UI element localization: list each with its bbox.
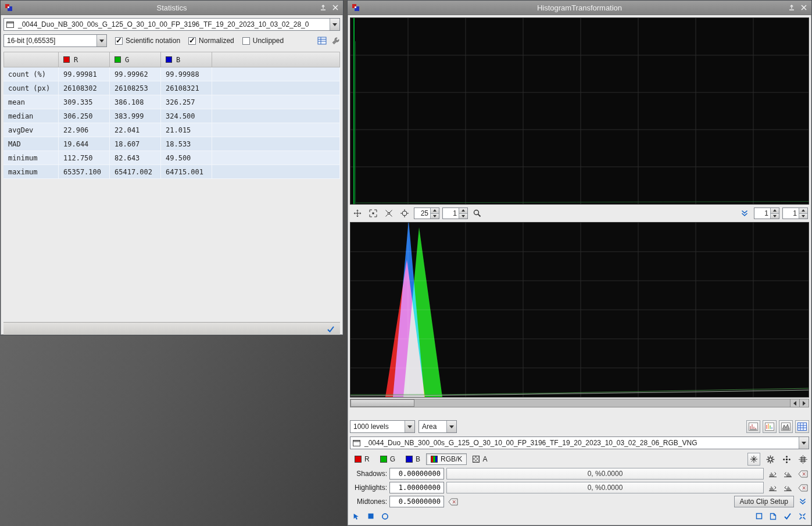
view-selector-combo[interactable]: _0044_Duo_NB_300_00s_G_125_O_30_10_00_FP…: [3, 18, 340, 31]
resolution-combo[interactable]: 1000 levels: [350, 420, 415, 433]
browse-documentation-icon[interactable]: [770, 513, 777, 520]
normalized-checkbox[interactable]: Normalized: [188, 37, 234, 45]
format-selector-combo[interactable]: 16-bit [0,65535]: [3, 34, 107, 47]
auto-clip-setup-button[interactable]: Auto Clip Setup: [734, 496, 794, 507]
channel-b-button[interactable]: B: [401, 453, 425, 465]
channel-g-button[interactable]: G: [375, 453, 400, 465]
channel-rgbk-button[interactable]: RGB/K: [426, 453, 467, 465]
spin-down-icon[interactable]: [459, 213, 467, 219]
output-vertical-zoom-spin[interactable]: 1: [782, 207, 808, 219]
window-thumbnail-icon: [353, 440, 360, 446]
cell-b: 49.500: [161, 151, 212, 165]
graph-style-value: Area: [419, 423, 446, 431]
horizontal-zoom-spin[interactable]: 25: [414, 207, 439, 219]
spin-down-icon[interactable]: [771, 213, 779, 219]
edit-instance-icon[interactable]: [756, 513, 763, 520]
spin-down-icon[interactable]: [431, 213, 439, 219]
output-histogram-plot[interactable]: [350, 17, 809, 205]
checkbox-box[interactable]: [188, 37, 196, 45]
apply-icon[interactable]: [367, 513, 374, 520]
midtones-input[interactable]: [389, 496, 444, 507]
zoom-icon[interactable]: [471, 207, 484, 220]
cell-g: 22.041: [110, 123, 161, 137]
channel-b-label: B: [416, 455, 420, 463]
show-raw-histogram-icon[interactable]: [746, 420, 760, 433]
spin-down-icon[interactable]: [799, 213, 807, 219]
spin-up-icon[interactable]: [431, 208, 439, 213]
reset-shadows-icon[interactable]: [796, 467, 809, 480]
close-icon[interactable]: [800, 4, 807, 11]
header-b-label: B: [176, 56, 180, 64]
vertical-zoom-value[interactable]: 1: [443, 208, 459, 219]
reset-midtones-icon[interactable]: [446, 495, 459, 508]
real-time-preview-icon[interactable]: [381, 513, 389, 520]
spin-up-icon[interactable]: [799, 208, 807, 213]
target-view-dropdown-button[interactable]: [799, 437, 809, 449]
format-dropdown-button[interactable]: [96, 35, 106, 46]
show-gray-histogram-icon[interactable]: [779, 420, 793, 433]
iconize-icon[interactable]: [788, 4, 795, 11]
iconize-icon[interactable]: [320, 4, 327, 11]
reset-highlights-icon[interactable]: [796, 481, 809, 494]
table-row: avgDev22.90622.04121.015: [3, 123, 340, 137]
midtones-row: Midtones: Auto Clip Setup: [350, 495, 809, 508]
gear-icon[interactable]: [764, 453, 777, 466]
pan-mode-icon[interactable]: [351, 207, 364, 220]
scientific-notation-checkbox[interactable]: Scientific notation: [115, 37, 180, 45]
reset-zoom-icon[interactable]: [382, 207, 395, 220]
view-selector-dropdown-button[interactable]: [330, 19, 339, 30]
resolution-dropdown-button[interactable]: [405, 421, 414, 432]
output-horizontal-zoom-spin[interactable]: 1: [754, 207, 779, 219]
checkbox-box[interactable]: [115, 37, 123, 45]
scrollbar-track[interactable]: [414, 399, 790, 407]
link-rgb-channels-icon[interactable]: [747, 453, 760, 466]
histogram-scrollbar[interactable]: [350, 399, 809, 407]
expand-section-chevrons-icon[interactable]: [796, 495, 809, 508]
expand-panel-chevrons-icon[interactable]: [738, 207, 751, 220]
checkbox-box[interactable]: [242, 37, 250, 45]
header-b[interactable]: B: [161, 52, 212, 67]
channel-a-button[interactable]: A: [468, 453, 492, 465]
preferences-wrench-icon[interactable]: [331, 37, 340, 45]
input-histogram-plot[interactable]: [350, 222, 809, 398]
vertical-zoom-spin[interactable]: 1: [442, 207, 468, 219]
readout-crosshair-icon[interactable]: [398, 207, 411, 220]
unclipped-checkbox[interactable]: Unclipped: [242, 37, 284, 45]
scrollbar-thumb[interactable]: [350, 399, 414, 407]
reset-icon[interactable]: [799, 513, 806, 520]
horizontal-zoom-value[interactable]: 25: [414, 208, 430, 219]
grid-crosshair-icon[interactable]: [796, 453, 809, 466]
output-horizontal-zoom-value[interactable]: 1: [754, 208, 770, 219]
header-g[interactable]: G: [110, 52, 161, 67]
statistics-table: R G B count (%)99.9998199.9996299.99988 …: [3, 52, 340, 179]
histogram-transformation-window: HistogramTransformation: [347, 0, 812, 526]
execute-check-icon[interactable]: [784, 513, 792, 520]
shadows-input[interactable]: [389, 468, 444, 480]
scroll-left-icon[interactable]: [790, 399, 799, 407]
statistics-titlebar[interactable]: Statistics: [1, 1, 343, 15]
close-icon[interactable]: [332, 4, 339, 11]
zoom-to-fit-icon[interactable]: [367, 207, 380, 220]
blue-swatch-icon: [406, 456, 413, 463]
graph-style-combo[interactable]: Area: [418, 420, 457, 433]
highlights-clip-alt-icon[interactable]: [781, 481, 794, 494]
ok-check-icon[interactable]: [327, 325, 335, 332]
shadows-clip-icon[interactable]: [766, 467, 779, 480]
shadows-clip-alt-icon[interactable]: [781, 467, 794, 480]
header-r[interactable]: R: [59, 52, 110, 67]
highlights-clip-icon[interactable]: [766, 481, 779, 494]
graph-style-dropdown-button[interactable]: [446, 421, 456, 432]
histogram-titlebar[interactable]: HistogramTransformation: [348, 1, 811, 15]
new-instance-icon[interactable]: [353, 513, 360, 520]
target-view-combo[interactable]: _0044_Duo_NB_300_00s_G_125_O_30_10_00_FP…: [350, 436, 809, 449]
output-vertical-zoom-value[interactable]: 1: [783, 208, 799, 219]
highlights-input[interactable]: [389, 482, 444, 493]
scroll-right-icon[interactable]: [799, 399, 809, 407]
show-color-histograms-icon[interactable]: [763, 420, 777, 433]
show-curve-grid-icon[interactable]: [795, 420, 809, 433]
spin-up-icon[interactable]: [771, 208, 779, 213]
channel-r-button[interactable]: R: [350, 453, 374, 465]
text-view-icon[interactable]: [317, 37, 327, 45]
readout-options-icon[interactable]: [780, 453, 793, 466]
spin-up-icon[interactable]: [459, 208, 467, 213]
